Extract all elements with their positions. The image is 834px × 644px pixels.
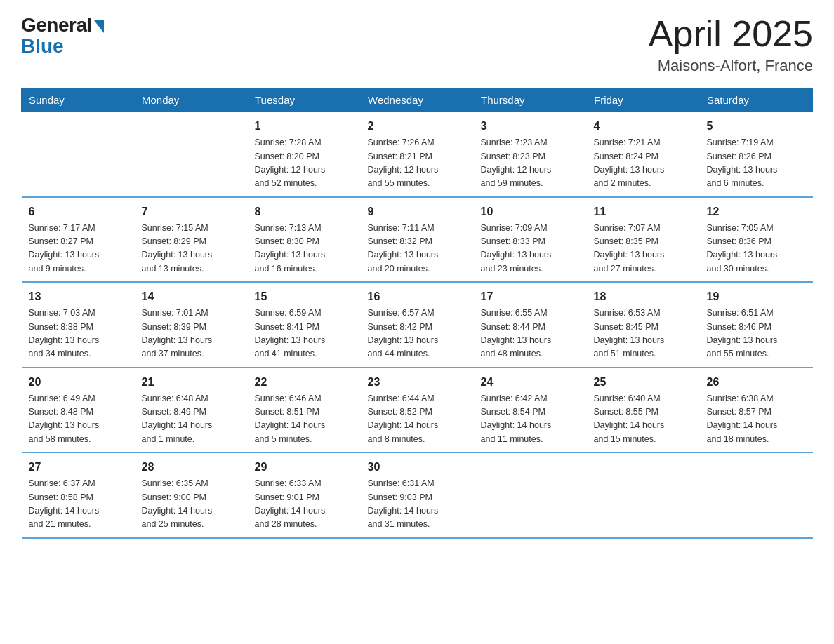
logo: General Blue xyxy=(21,14,104,58)
calendar-cell: 25Sunrise: 6:40 AMSunset: 8:55 PMDayligh… xyxy=(587,368,700,453)
day-number: 25 xyxy=(594,374,693,391)
day-number: 5 xyxy=(707,118,806,135)
day-number: 3 xyxy=(481,118,580,135)
calendar-cell: 2Sunrise: 7:26 AMSunset: 8:21 PMDaylight… xyxy=(361,112,474,197)
day-number: 4 xyxy=(594,118,693,135)
day-number: 11 xyxy=(594,203,693,220)
day-number: 20 xyxy=(29,374,128,391)
day-number: 8 xyxy=(255,203,354,220)
day-number: 19 xyxy=(707,288,806,305)
day-info: Sunrise: 6:31 AMSunset: 9:03 PMDaylight:… xyxy=(368,477,467,532)
calendar-cell xyxy=(135,112,248,197)
day-number: 28 xyxy=(142,459,241,476)
day-info: Sunrise: 6:40 AMSunset: 8:55 PMDaylight:… xyxy=(594,392,693,447)
day-info: Sunrise: 7:21 AMSunset: 8:24 PMDaylight:… xyxy=(594,136,693,191)
day-info: Sunrise: 6:44 AMSunset: 8:52 PMDaylight:… xyxy=(368,392,467,447)
day-info: Sunrise: 7:09 AMSunset: 8:33 PMDaylight:… xyxy=(481,222,580,276)
calendar-cell: 24Sunrise: 6:42 AMSunset: 8:54 PMDayligh… xyxy=(474,368,587,453)
calendar-cell xyxy=(474,452,587,538)
calendar-cell: 6Sunrise: 7:17 AMSunset: 8:27 PMDaylight… xyxy=(22,197,135,283)
logo-blue-text: Blue xyxy=(21,35,64,58)
day-number: 26 xyxy=(707,374,806,391)
day-number: 17 xyxy=(481,288,580,305)
calendar-cell: 23Sunrise: 6:44 AMSunset: 8:52 PMDayligh… xyxy=(361,368,474,453)
day-info: Sunrise: 6:38 AMSunset: 8:57 PMDaylight:… xyxy=(707,392,806,447)
day-info: Sunrise: 7:03 AMSunset: 8:38 PMDaylight:… xyxy=(29,307,128,361)
day-info: Sunrise: 6:49 AMSunset: 8:48 PMDaylight:… xyxy=(29,392,128,447)
day-info: Sunrise: 7:01 AMSunset: 8:39 PMDaylight:… xyxy=(142,307,241,361)
calendar-cell: 5Sunrise: 7:19 AMSunset: 8:26 PMDaylight… xyxy=(700,112,813,197)
page-header: General Blue April 2025 Maisons-Alfort, … xyxy=(21,14,813,75)
day-info: Sunrise: 7:15 AMSunset: 8:29 PMDaylight:… xyxy=(142,222,241,276)
title-section: April 2025 Maisons-Alfort, France xyxy=(649,14,813,75)
day-info: Sunrise: 6:46 AMSunset: 8:51 PMDaylight:… xyxy=(255,392,354,447)
calendar-cell xyxy=(700,452,813,538)
day-number: 12 xyxy=(707,203,806,220)
day-number: 1 xyxy=(255,118,354,135)
weekday-header-monday: Monday xyxy=(135,88,248,112)
calendar-cell: 13Sunrise: 7:03 AMSunset: 8:38 PMDayligh… xyxy=(22,282,135,368)
day-info: Sunrise: 6:35 AMSunset: 9:00 PMDaylight:… xyxy=(142,477,241,532)
day-info: Sunrise: 7:26 AMSunset: 8:21 PMDaylight:… xyxy=(368,136,467,191)
weekday-header-friday: Friday xyxy=(587,88,700,112)
day-number: 14 xyxy=(142,288,241,305)
weekday-header-sunday: Sunday xyxy=(22,88,135,112)
day-number: 24 xyxy=(481,374,580,391)
day-number: 21 xyxy=(142,374,241,391)
day-number: 27 xyxy=(29,459,128,476)
day-info: Sunrise: 6:55 AMSunset: 8:44 PMDaylight:… xyxy=(481,307,580,361)
calendar-cell: 11Sunrise: 7:07 AMSunset: 8:35 PMDayligh… xyxy=(587,197,700,283)
day-number: 9 xyxy=(368,203,467,220)
day-info: Sunrise: 7:07 AMSunset: 8:35 PMDaylight:… xyxy=(594,222,693,276)
calendar-cell: 3Sunrise: 7:23 AMSunset: 8:23 PMDaylight… xyxy=(474,112,587,197)
day-number: 16 xyxy=(368,288,467,305)
logo-general-text: General xyxy=(21,14,92,36)
weekday-header-row: SundayMondayTuesdayWednesdayThursdayFrid… xyxy=(22,88,813,112)
day-info: Sunrise: 6:42 AMSunset: 8:54 PMDaylight:… xyxy=(481,392,580,447)
location-subtitle: Maisons-Alfort, France xyxy=(649,57,813,75)
calendar-cell: 28Sunrise: 6:35 AMSunset: 9:00 PMDayligh… xyxy=(135,452,248,538)
logo-arrow-icon xyxy=(94,20,104,33)
day-number: 2 xyxy=(368,118,467,135)
day-number: 13 xyxy=(29,288,128,305)
week-row-1: 1Sunrise: 7:28 AMSunset: 8:20 PMDaylight… xyxy=(22,112,813,197)
calendar-cell: 26Sunrise: 6:38 AMSunset: 8:57 PMDayligh… xyxy=(700,368,813,453)
day-info: Sunrise: 6:53 AMSunset: 8:45 PMDaylight:… xyxy=(594,307,693,361)
day-info: Sunrise: 6:57 AMSunset: 8:42 PMDaylight:… xyxy=(368,307,467,361)
day-number: 30 xyxy=(368,459,467,476)
weekday-header-thursday: Thursday xyxy=(474,88,587,112)
calendar-cell xyxy=(22,112,135,197)
calendar-cell: 10Sunrise: 7:09 AMSunset: 8:33 PMDayligh… xyxy=(474,197,587,283)
calendar-cell: 22Sunrise: 6:46 AMSunset: 8:51 PMDayligh… xyxy=(248,368,361,453)
weekday-header-saturday: Saturday xyxy=(700,88,813,112)
calendar-cell xyxy=(587,452,700,538)
calendar-cell: 20Sunrise: 6:49 AMSunset: 8:48 PMDayligh… xyxy=(22,368,135,453)
day-info: Sunrise: 6:51 AMSunset: 8:46 PMDaylight:… xyxy=(707,307,806,361)
calendar-cell: 17Sunrise: 6:55 AMSunset: 8:44 PMDayligh… xyxy=(474,282,587,368)
calendar-cell: 1Sunrise: 7:28 AMSunset: 8:20 PMDaylight… xyxy=(248,112,361,197)
day-number: 18 xyxy=(594,288,693,305)
calendar-cell: 18Sunrise: 6:53 AMSunset: 8:45 PMDayligh… xyxy=(587,282,700,368)
calendar-header: SundayMondayTuesdayWednesdayThursdayFrid… xyxy=(22,88,813,112)
day-number: 10 xyxy=(481,203,580,220)
calendar-table: SundayMondayTuesdayWednesdayThursdayFrid… xyxy=(21,88,813,539)
day-info: Sunrise: 6:37 AMSunset: 8:58 PMDaylight:… xyxy=(29,477,128,532)
calendar-cell: 8Sunrise: 7:13 AMSunset: 8:30 PMDaylight… xyxy=(248,197,361,283)
day-number: 22 xyxy=(255,374,354,391)
week-row-2: 6Sunrise: 7:17 AMSunset: 8:27 PMDaylight… xyxy=(22,197,813,283)
day-info: Sunrise: 7:23 AMSunset: 8:23 PMDaylight:… xyxy=(481,136,580,191)
day-number: 29 xyxy=(255,459,354,476)
day-info: Sunrise: 6:59 AMSunset: 8:41 PMDaylight:… xyxy=(255,307,354,361)
week-row-4: 20Sunrise: 6:49 AMSunset: 8:48 PMDayligh… xyxy=(22,368,813,453)
day-info: Sunrise: 7:11 AMSunset: 8:32 PMDaylight:… xyxy=(368,222,467,276)
day-number: 23 xyxy=(368,374,467,391)
calendar-cell: 7Sunrise: 7:15 AMSunset: 8:29 PMDaylight… xyxy=(135,197,248,283)
day-info: Sunrise: 7:28 AMSunset: 8:20 PMDaylight:… xyxy=(255,136,354,191)
calendar-cell: 15Sunrise: 6:59 AMSunset: 8:41 PMDayligh… xyxy=(248,282,361,368)
calendar-cell: 16Sunrise: 6:57 AMSunset: 8:42 PMDayligh… xyxy=(361,282,474,368)
day-info: Sunrise: 7:13 AMSunset: 8:30 PMDaylight:… xyxy=(255,222,354,276)
calendar-cell: 12Sunrise: 7:05 AMSunset: 8:36 PMDayligh… xyxy=(700,197,813,283)
calendar-cell: 29Sunrise: 6:33 AMSunset: 9:01 PMDayligh… xyxy=(248,452,361,538)
weekday-header-wednesday: Wednesday xyxy=(361,88,474,112)
day-info: Sunrise: 7:19 AMSunset: 8:26 PMDaylight:… xyxy=(707,136,806,191)
